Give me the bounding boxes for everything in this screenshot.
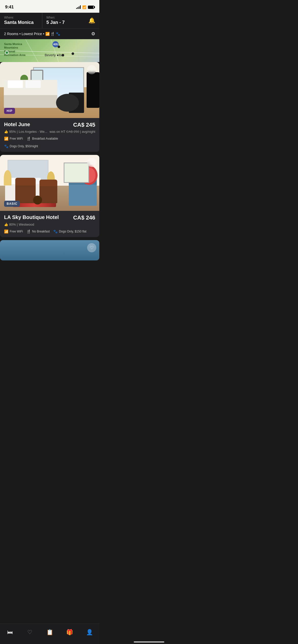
amenity-wifi-june: 📶 Free WiFi xyxy=(4,137,23,141)
wifi-amenity-icon: 📶 xyxy=(4,137,8,141)
when-label: When: xyxy=(46,16,80,19)
hotel-june-rating: 👍 95% | Los Angeles - We... xyxy=(4,130,47,134)
hotel-june-info: Hotel June CA$ 245 👍 95% | Los Angeles -… xyxy=(0,118,99,152)
notification-bell-icon[interactable]: 🔔 xyxy=(84,13,99,28)
pets-amenity-icon-2: 🐾 xyxy=(53,229,58,233)
battery-icon xyxy=(88,6,94,9)
amenity-pets-lasky: 🐾 Dogs Only, $150 flat xyxy=(53,229,86,233)
wifi-filter-icon: 📶 xyxy=(45,32,50,36)
thumbs-up-icon-2: 👍 xyxy=(4,223,8,226)
status-time: 9:41 xyxy=(5,5,14,10)
food-amenity-icon: 🍴 xyxy=(26,137,31,141)
favorite-button-june[interactable]: ♡ xyxy=(87,65,96,74)
pets-filter-icon: 🐾 xyxy=(56,32,60,36)
map-label: Santa MonicaMountainsNationalRecreation … xyxy=(4,42,25,57)
hotel-card-third-peek[interactable]: ♡ xyxy=(0,240,99,260)
map-beverly-hills-label: Beverly ●lls xyxy=(45,53,62,57)
when-value: 5 Jan - 7 xyxy=(46,20,80,25)
map-dot-1 xyxy=(62,54,64,56)
food-filter-icon: 🍴 xyxy=(50,32,55,36)
map-area[interactable]: Santa MonicaMountainsNationalRecreation … xyxy=(0,39,99,62)
hotel-lasky-name: LA Sky Boutique Hotel xyxy=(4,214,59,220)
filter-adjust-icon[interactable]: ⚙ xyxy=(91,31,95,37)
hotels-list: ♡ HIP Hotel June CA$ 245 👍 95% | Los Ang… xyxy=(0,62,99,286)
where-value: Santa Monica xyxy=(4,20,38,25)
hotel-lasky-amenities: 📶 Free WiFi 🍴 No Breakfast 🐾 Dogs Only, … xyxy=(4,229,95,233)
filters-bar[interactable]: 2 Rooms • Lowest Price • 📶 🍴 🐾 ⚙ xyxy=(0,28,99,39)
food-amenity-icon-2: 🍴 xyxy=(26,229,31,233)
hotel-lasky-rating: 👍 80% | Westwood xyxy=(4,223,34,226)
when-section[interactable]: When: 5 Jan - 7 xyxy=(42,13,84,28)
pets-amenity-icon: 🐾 xyxy=(4,144,8,148)
map-dot-2 xyxy=(72,52,74,55)
signal-bars-icon xyxy=(76,5,81,9)
status-bar: 9:41 📶 xyxy=(0,0,99,13)
hotel-card-lasky[interactable]: ♡ BASIC LA Sky Boutique Hotel CA$ 246 👍 … xyxy=(0,155,99,237)
amenity-pets-june: 🐾 Dogs Only, $50/night xyxy=(4,144,38,148)
wifi-status-icon: 📶 xyxy=(82,5,86,9)
svg-line-4 xyxy=(76,39,79,62)
amenity-wifi-lasky: 📶 Free WiFi xyxy=(4,229,23,233)
where-section[interactable]: Where: Santa Monica xyxy=(0,13,42,28)
hotel-june-was-price: was on HT CA$ 250 | avg/night xyxy=(50,130,95,134)
thumbs-up-icon: 👍 xyxy=(4,130,8,134)
hotel-june-name: Hotel June xyxy=(4,122,30,127)
june-strikethrough-price: CA$ 250 xyxy=(66,130,79,134)
hip-badge: HIP xyxy=(4,108,15,114)
hotel-june-price: CA$ 245 xyxy=(73,122,95,128)
where-label: Where: xyxy=(4,16,38,19)
hotel-card-june[interactable]: ♡ HIP Hotel June CA$ 245 👍 95% | Los Ang… xyxy=(0,62,99,152)
header-search-bar[interactable]: Where: Santa Monica When: 5 Jan - 7 🔔 xyxy=(0,13,99,28)
basic-badge: BASIC xyxy=(4,201,20,207)
hotel-june-image: ♡ HIP xyxy=(0,62,99,118)
hotel-third-image: ♡ xyxy=(0,240,99,260)
hotel-lasky-info: LA Sky Boutique Hotel CA$ 246 👍 80% | We… xyxy=(0,211,99,237)
map-pin-green xyxy=(5,51,9,54)
hotel-june-amenities: 📶 Free WiFi 🍴 Breakfast Available 🐾 Dogs… xyxy=(4,137,95,148)
filters-text: 2 Rooms • Lowest Price • 📶 🍴 🐾 xyxy=(4,32,60,36)
status-icons: 📶 xyxy=(76,5,94,9)
hotel-lasky-image: ♡ BASIC xyxy=(0,155,99,211)
favorite-button-third[interactable]: ♡ xyxy=(87,243,96,252)
svg-line-2 xyxy=(25,39,38,62)
header: Where: Santa Monica When: 5 Jan - 7 🔔 2 … xyxy=(0,13,99,39)
favorite-button-lasky[interactable]: ♡ xyxy=(87,158,96,167)
wifi-amenity-icon-2: 📶 xyxy=(4,229,8,233)
map-background: Santa MonicaMountainsNationalRecreation … xyxy=(0,39,99,62)
amenity-food-june: 🍴 Breakfast Available xyxy=(26,137,58,141)
hotel-lasky-price: CA$ 246 xyxy=(73,214,95,221)
amenity-food-lasky: 🍴 No Breakfast xyxy=(26,229,50,233)
